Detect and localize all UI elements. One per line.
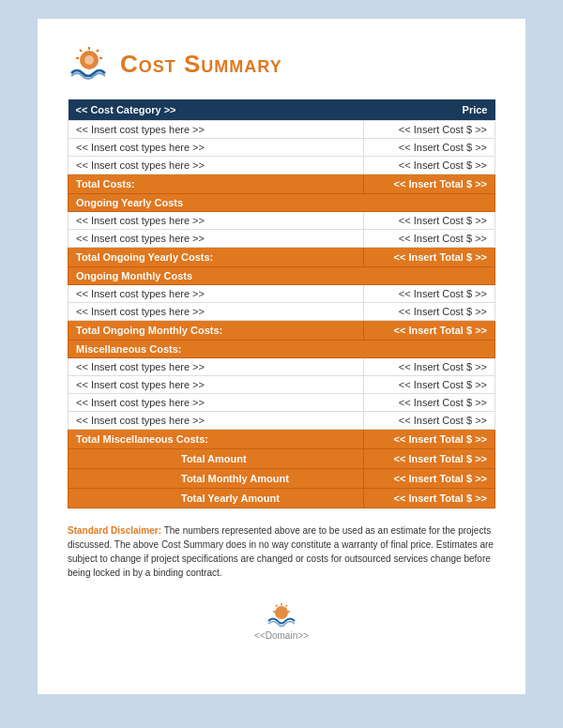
category-cell: << Insert cost types here >> [68,303,364,321]
table-row: << Insert cost types here >><< Insert Co… [68,121,495,139]
total-label: Total Miscellaneous Costs: [68,430,364,449]
price-cell: << Insert Cost $ >> [364,121,495,139]
summary-price: << Insert Total $ >> [364,469,495,489]
summary-label: Total Monthly Amount [68,469,364,489]
section-label-text: Miscellaneous Costs: [68,341,495,358]
page-header: Cost Summary [68,45,495,83]
total-price: << Insert Total $ >> [364,248,495,267]
table-row: << Insert cost types here >><< Insert Co… [68,303,495,321]
category-cell: << Insert cost types here >> [68,139,364,157]
page: Cost Summary << Cost Category >> Price <… [38,19,525,694]
svg-line-2 [97,50,99,52]
total-price: << Insert Total $ >> [364,430,495,449]
table-row: << Insert cost types here >><< Insert Co… [68,230,495,248]
price-cell: << Insert Cost $ >> [364,157,495,174]
footer-logo-icon [266,602,297,629]
total-label: Total Costs: [68,174,364,194]
price-cell: << Insert Cost $ >> [364,376,495,394]
total-row: Total Miscellaneous Costs:<< Insert Tota… [68,430,495,449]
disclaimer-label: Standard Disclaimer: [68,525,161,536]
svg-point-6 [84,55,94,65]
logo-icon [68,45,111,83]
summary-row: Total Monthly Amount<< Insert Total $ >> [68,469,495,489]
price-cell: << Insert Cost $ >> [364,139,495,157]
page-title: Cost Summary [120,50,282,79]
total-price: << Insert Total $ >> [364,174,495,194]
category-cell: << Insert cost types here >> [68,376,364,394]
col-price-header: Price [364,99,495,121]
summary-label: Total Yearly Amount [68,489,364,508]
price-cell: << Insert Cost $ >> [364,285,495,303]
price-cell: << Insert Cost $ >> [364,230,495,248]
table-row: << Insert cost types here >><< Insert Co… [68,358,495,376]
table-row: << Insert cost types here >><< Insert Co… [68,412,495,430]
svg-line-9 [286,605,288,607]
category-cell: << Insert cost types here >> [68,230,364,248]
table-row: << Insert cost types here >><< Insert Co… [68,212,495,230]
svg-line-11 [276,605,278,607]
category-cell: << Insert cost types here >> [68,212,364,230]
table-row: << Insert cost types here >><< Insert Co… [68,394,495,412]
summary-row: Total Yearly Amount<< Insert Total $ >> [68,489,495,508]
section-label-row: Miscellaneous Costs: [68,341,495,358]
svg-point-7 [275,606,288,619]
section-label-row: Ongoing Yearly Costs [68,194,495,212]
category-cell: << Insert cost types here >> [68,394,364,412]
price-cell: << Insert Cost $ >> [364,303,495,321]
col-category-header: << Cost Category >> [68,99,364,121]
price-cell: << Insert Cost $ >> [364,212,495,230]
summary-row: Total Amount<< Insert Total $ >> [68,449,495,469]
category-cell: << Insert cost types here >> [68,412,364,430]
category-cell: << Insert cost types here >> [68,121,364,139]
price-cell: << Insert Cost $ >> [364,358,495,376]
table-row: << Insert cost types here >><< Insert Co… [68,285,495,303]
cost-table: << Cost Category >> Price << Insert cost… [68,99,495,508]
section-label-row: Ongoing Monthly Costs [68,267,495,285]
category-cell: << Insert cost types here >> [68,157,364,174]
section-label-text: Ongoing Monthly Costs [68,267,495,285]
category-cell: << Insert cost types here >> [68,358,364,376]
total-row: Total Ongoing Yearly Costs:<< Insert Tot… [68,248,495,267]
total-row: Total Costs:<< Insert Total $ >> [68,174,495,194]
summary-label: Total Amount [68,449,364,469]
table-row: << Insert cost types here >><< Insert Co… [68,376,495,394]
table-row: << Insert cost types here >><< Insert Co… [68,139,495,157]
disclaimer: Standard Disclaimer: The numbers represe… [68,523,495,580]
summary-price: << Insert Total $ >> [364,449,495,469]
price-cell: << Insert Cost $ >> [364,394,495,412]
category-cell: << Insert cost types here >> [68,285,364,303]
total-row: Total Ongoing Monthly Costs:<< Insert To… [68,321,495,341]
price-cell: << Insert Cost $ >> [364,412,495,430]
page-footer: <<Domain>> [68,602,495,641]
total-label: Total Ongoing Monthly Costs: [68,321,364,341]
section-label-text: Ongoing Yearly Costs [68,194,495,212]
table-row: << Insert cost types here >><< Insert Co… [68,157,495,174]
total-label: Total Ongoing Yearly Costs: [68,248,364,267]
summary-price: << Insert Total $ >> [364,489,495,508]
footer-domain-label: <<Domain>> [68,630,495,641]
total-price: << Insert Total $ >> [364,321,495,341]
svg-line-4 [80,50,82,52]
